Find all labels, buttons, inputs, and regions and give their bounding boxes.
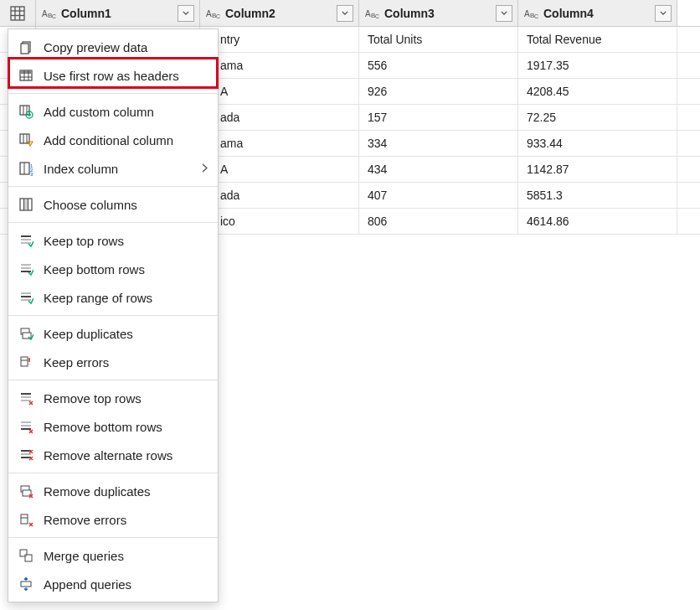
remove-errors-icon <box>17 510 35 529</box>
menu-keep-errors[interactable]: Keep errors <box>8 348 218 376</box>
cell[interactable]: 434 <box>359 157 518 182</box>
menu-separator <box>8 222 218 223</box>
menu-label: Use first row as headers <box>44 69 208 83</box>
menu-separator <box>8 315 218 316</box>
cell[interactable]: Total Units <box>359 27 518 52</box>
cell[interactable]: 334 <box>359 131 518 156</box>
menu-label: Remove bottom rows <box>44 420 208 434</box>
svg-text:A: A <box>524 9 530 18</box>
menu-label: Keep errors <box>44 355 208 370</box>
menu-add-conditional-column[interactable]: Add conditional column <box>8 126 218 154</box>
menu-remove-errors[interactable]: Remove errors <box>8 505 218 534</box>
menu-remove-bottom-rows[interactable]: Remove bottom rows <box>8 412 218 441</box>
type-text-icon: ABC <box>523 7 540 20</box>
menu-keep-top-rows[interactable]: Keep top rows <box>8 226 218 255</box>
cell[interactable]: …A <box>200 157 359 182</box>
svg-rect-51 <box>21 357 28 366</box>
cell[interactable]: …ntry <box>200 27 359 52</box>
svg-text:C: C <box>216 13 220 19</box>
menu-label: Choose columns <box>44 198 208 212</box>
cell[interactable]: 4614.86 <box>518 209 677 234</box>
column-filter-button[interactable] <box>496 5 512 22</box>
column-header-3[interactable]: ABC Column3 <box>359 0 518 26</box>
table-header-row: ABC Column1 ABC Column2 ABC Column3 ABC … <box>0 0 700 27</box>
menu-remove-alternate-rows[interactable]: Remove alternate rows <box>8 441 218 469</box>
menu-keep-range-of-rows[interactable]: Keep range of rows <box>8 283 218 312</box>
column-header-1[interactable]: ABC Column1 <box>36 0 200 26</box>
cell[interactable]: 5851.3 <box>518 183 677 208</box>
keep-bottom-rows-icon <box>17 260 35 278</box>
menu-label: Keep top rows <box>44 234 208 248</box>
cell[interactable]: 926 <box>359 79 518 104</box>
table-select-all[interactable] <box>0 0 36 26</box>
choose-columns-icon <box>17 195 35 214</box>
menu-append-queries[interactable]: Append queries <box>8 570 218 598</box>
custom-column-icon <box>17 102 35 121</box>
svg-text:A: A <box>42 9 48 18</box>
menu-choose-columns[interactable]: Choose columns <box>8 190 218 219</box>
conditional-column-icon <box>17 131 35 149</box>
cell[interactable]: 407 <box>359 183 518 208</box>
table-icon <box>10 6 25 21</box>
cell[interactable]: Total Revenue <box>518 27 677 52</box>
menu-merge-queries[interactable]: Merge queries <box>8 541 218 570</box>
menu-label: Remove duplicates <box>44 484 208 499</box>
remove-bottom-rows-icon <box>17 417 35 436</box>
menu-label: Remove errors <box>44 513 208 527</box>
menu-index-column[interactable]: 123 Index column <box>8 154 218 183</box>
keep-top-rows-icon <box>17 231 35 250</box>
keep-range-rows-icon <box>17 288 35 307</box>
cell[interactable]: …ada <box>200 183 359 208</box>
chevron-right-icon <box>202 162 208 175</box>
column-filter-button[interactable] <box>178 5 194 22</box>
svg-rect-64 <box>21 514 28 524</box>
menu-label: Keep duplicates <box>44 327 208 341</box>
svg-text:A: A <box>365 9 371 18</box>
column-filter-button[interactable] <box>655 5 672 22</box>
cell[interactable]: 4208.45 <box>518 79 677 104</box>
cell[interactable]: 1142.87 <box>518 157 677 182</box>
menu-label: Index column <box>44 162 202 176</box>
copy-icon <box>17 38 35 56</box>
svg-text:A: A <box>206 9 212 18</box>
menu-label: Keep bottom rows <box>44 262 208 277</box>
menu-remove-duplicates[interactable]: Remove duplicates <box>8 477 218 505</box>
column-name: Column4 <box>543 7 655 20</box>
cell[interactable]: 72.25 <box>518 105 677 130</box>
cell[interactable]: 1917.35 <box>518 53 677 78</box>
menu-use-first-row-as-headers[interactable]: Use first row as headers <box>8 61 218 90</box>
menu-label: Keep range of rows <box>44 291 208 305</box>
menu-label: Add conditional column <box>44 133 208 147</box>
svg-rect-24 <box>20 106 29 115</box>
column-name: Column3 <box>384 7 496 20</box>
menu-label: Append queries <box>44 577 208 592</box>
cell[interactable]: 556 <box>359 53 518 78</box>
remove-top-rows-icon <box>17 389 35 407</box>
menu-separator <box>8 537 218 538</box>
cell[interactable]: …ico <box>200 209 359 234</box>
column-filter-button[interactable] <box>337 5 353 22</box>
menu-keep-bottom-rows[interactable]: Keep bottom rows <box>8 255 218 283</box>
menu-remove-top-rows[interactable]: Remove top rows <box>8 384 218 412</box>
cell[interactable]: 806 <box>359 209 518 234</box>
menu-copy-preview-data[interactable]: Copy preview data <box>8 33 218 61</box>
keep-duplicates-icon <box>17 324 35 343</box>
type-text-icon: ABC <box>41 7 58 20</box>
cell[interactable]: …ama <box>200 53 359 78</box>
menu-add-custom-column[interactable]: Add custom column <box>8 97 218 126</box>
cell[interactable]: …ada <box>200 105 359 130</box>
svg-text:3: 3 <box>30 172 33 176</box>
svg-rect-68 <box>25 555 27 556</box>
menu-separator <box>8 93 218 94</box>
menu-separator <box>8 380 218 380</box>
keep-errors-icon <box>17 353 35 371</box>
cell[interactable]: …A <box>200 79 359 104</box>
column-header-2[interactable]: ABC Column2 <box>200 0 359 26</box>
cell[interactable]: 157 <box>359 105 518 130</box>
cell[interactable]: …ama <box>200 131 359 156</box>
cell[interactable]: 933.44 <box>518 131 677 156</box>
column-header-4[interactable]: ABC Column4 <box>518 0 677 26</box>
menu-keep-duplicates[interactable]: Keep duplicates <box>8 319 218 348</box>
type-text-icon: ABC <box>364 7 381 20</box>
table-header-icon <box>17 66 35 85</box>
